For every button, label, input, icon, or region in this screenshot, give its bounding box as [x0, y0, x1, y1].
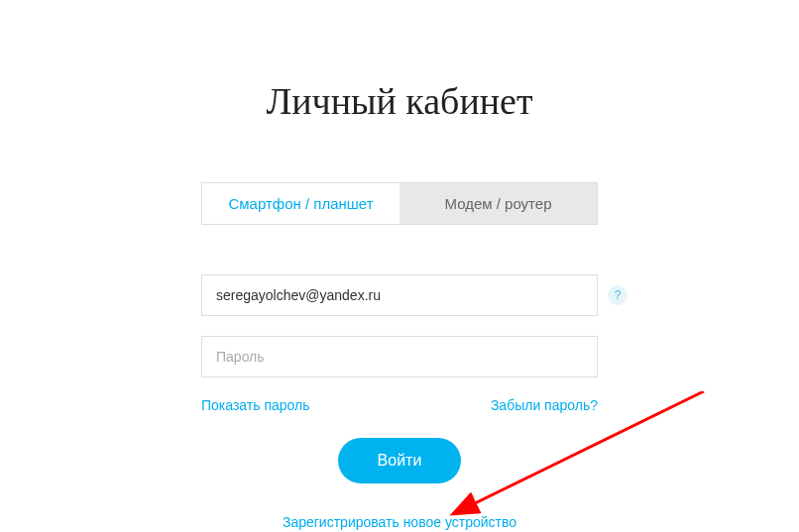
show-password-link[interactable]: Показать пароль — [201, 397, 310, 413]
tab-modem[interactable]: Модем / роутер — [400, 183, 597, 224]
forgot-password-link[interactable]: Забыли пароль? — [491, 397, 598, 413]
tab-smartphone[interactable]: Смартфон / планшет — [202, 183, 400, 224]
device-type-tabs: Смартфон / планшет Модем / роутер — [201, 182, 598, 225]
help-icon[interactable]: ? — [608, 285, 628, 305]
password-field[interactable] — [201, 336, 598, 377]
email-field[interactable] — [201, 274, 598, 316]
login-form: ? Показать пароль Забыли пароль? Войти З… — [201, 274, 598, 531]
page-title: Личный кабинет — [266, 79, 532, 123]
login-button[interactable]: Войти — [338, 438, 462, 483]
register-device-link[interactable]: Зарегистрировать новое устройство — [283, 514, 516, 530]
